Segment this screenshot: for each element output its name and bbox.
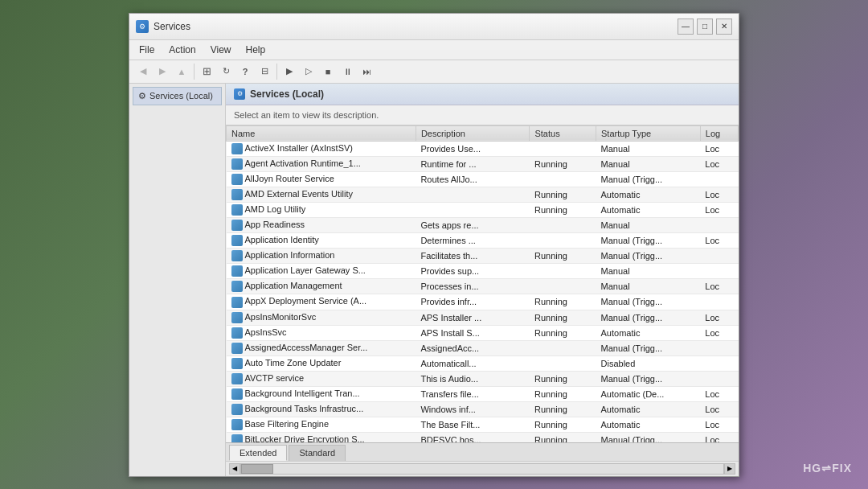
table-row[interactable]: AppX Deployment Service (A...Provides in… <box>227 294 739 310</box>
service-status: Running <box>530 325 596 340</box>
table-row[interactable]: AssignedAccessManager Ser...AssignedAcc.… <box>227 340 739 355</box>
service-desc: APS Installer ... <box>416 310 530 325</box>
menu-help[interactable]: Help <box>240 42 272 58</box>
forward-button[interactable]: ▶ <box>154 63 171 80</box>
table-row[interactable]: Background Intelligent Tran...Transfers … <box>227 387 739 402</box>
play-next-button[interactable]: ▷ <box>300 63 317 80</box>
services-header-title: Services (Local) <box>250 88 324 100</box>
service-name: Application Identity <box>227 233 416 249</box>
table-row[interactable]: ApsInsMonitorSvcAPS Installer ...Running… <box>227 310 739 325</box>
window-title: Services <box>154 21 190 32</box>
service-startup: Manual (Trigg... <box>596 249 701 264</box>
table-row[interactable]: Application IdentityDetermines ...Manual… <box>227 233 739 249</box>
service-log: Loc <box>700 141 738 156</box>
service-status: Running <box>530 310 596 325</box>
service-startup: Manual <box>596 141 701 156</box>
title-bar-left: ⚙ Services <box>136 20 190 33</box>
toolbar: ◀ ▶ ▲ ⊞ ↻ ? ⊟ ▶ ▷ ■ ⏸ ⏭ <box>129 60 739 84</box>
service-startup: Manual <box>596 279 701 294</box>
service-log: Loc <box>700 156 738 171</box>
service-status: Running <box>530 417 596 433</box>
table-row[interactable]: AVCTP serviceThis is Audio...RunningManu… <box>227 371 739 386</box>
table-row[interactable]: AllJoyn Router ServiceRoutes AllJo...Man… <box>227 171 739 187</box>
service-startup: Automatic <box>596 402 701 417</box>
col-name[interactable]: Name <box>227 125 416 141</box>
service-name: AssignedAccessManager Ser... <box>227 340 416 355</box>
service-log <box>700 340 738 355</box>
services-local-item[interactable]: ⚙ Services (Local) <box>133 87 222 105</box>
table-row[interactable]: Auto Time Zone UpdaterAutomaticall...Dis… <box>227 355 739 371</box>
table-row[interactable]: Application ManagementProcesses in...Man… <box>227 279 739 294</box>
table-row[interactable]: ActiveX Installer (AxInstSV)Provides Use… <box>227 141 739 156</box>
help-button[interactable]: ? <box>236 63 254 80</box>
col-log[interactable]: Log <box>700 125 738 141</box>
scroll-track[interactable] <box>240 463 724 475</box>
service-log: Loc <box>700 387 738 402</box>
service-desc: BDESVC hos... <box>416 433 530 442</box>
service-log: Loc <box>700 310 738 325</box>
services-table-container[interactable]: Name Description Status Startup Type Log… <box>226 125 739 442</box>
services-local-icon: ⚙ <box>138 91 146 101</box>
horizontal-scrollbar[interactable]: ◀ ▶ <box>226 461 739 476</box>
menu-file[interactable]: File <box>133 42 161 58</box>
service-name: Agent Activation Runtime_1... <box>227 156 416 171</box>
service-log: Loc <box>700 202 738 217</box>
back-button[interactable]: ◀ <box>134 63 152 80</box>
tab-extended[interactable]: Extended <box>229 445 287 461</box>
table-row[interactable]: BitLocker Drive Encryption S...BDESVC ho… <box>227 433 739 442</box>
col-startup[interactable]: Startup Type <box>596 125 701 141</box>
close-button[interactable]: ✕ <box>716 18 732 35</box>
service-name: Base Filtering Engine <box>227 417 416 433</box>
service-name: App Readiness <box>227 217 416 232</box>
menu-view[interactable]: View <box>204 42 238 58</box>
col-status[interactable]: Status <box>530 125 596 141</box>
scroll-left-button[interactable]: ◀ <box>229 463 240 475</box>
service-log: Loc <box>700 325 738 340</box>
service-startup: Manual (Trigg... <box>596 433 701 442</box>
maximize-button[interactable]: □ <box>697 18 713 35</box>
table-header-row: Name Description Status Startup Type Log <box>227 125 739 141</box>
service-startup: Automatic <box>596 202 701 217</box>
refresh-button[interactable]: ↻ <box>217 63 235 80</box>
table-row[interactable]: Agent Activation Runtime_1...Runtime for… <box>227 156 739 171</box>
table-row[interactable]: Application InformationFacilitates th...… <box>227 249 739 264</box>
table-row[interactable]: AMD Log UtilityRunningAutomaticLoc <box>227 202 739 217</box>
service-log: Loc <box>700 402 738 417</box>
service-log <box>700 294 738 310</box>
service-log: Loc <box>700 279 738 294</box>
scroll-right-button[interactable]: ▶ <box>724 463 735 475</box>
col-description[interactable]: Description <box>416 125 530 141</box>
scroll-thumb[interactable] <box>241 464 273 474</box>
pause-button[interactable]: ⏸ <box>338 63 356 80</box>
table-row[interactable]: AMD External Events UtilityRunningAutoma… <box>227 187 739 202</box>
toolbar-separator-2 <box>276 64 277 80</box>
stop-button[interactable]: ■ <box>319 63 337 80</box>
service-name: AppX Deployment Service (A... <box>227 294 416 310</box>
description-text: Select an item to view its description. <box>226 105 739 125</box>
service-desc: Determines ... <box>416 233 530 249</box>
service-log: Loc <box>700 187 738 202</box>
minimize-button[interactable]: — <box>678 18 694 35</box>
services-local-label: Services (Local) <box>149 91 213 101</box>
service-status <box>530 171 596 187</box>
table-row[interactable]: Application Layer Gateway S...Provides s… <box>227 264 739 279</box>
play-button[interactable]: ▶ <box>280 63 298 80</box>
service-status: Running <box>530 387 596 402</box>
up-button[interactable]: ▲ <box>173 63 190 80</box>
service-status: Running <box>530 187 596 202</box>
service-log: Loc <box>700 417 738 433</box>
menu-action[interactable]: Action <box>162 42 202 58</box>
resume-button[interactable]: ⏭ <box>358 63 375 80</box>
table-row[interactable]: ApsInsSvcAPS Install S...RunningAutomati… <box>227 325 739 340</box>
service-startup: Manual (Trigg... <box>596 310 701 325</box>
export-button[interactable]: ⊟ <box>256 63 273 80</box>
tab-standard[interactable]: Standard <box>289 445 346 461</box>
table-row[interactable]: App ReadinessGets apps re...Manual <box>227 217 739 232</box>
main-content: ⚙ Services (Local) ⚙ Services (Local) Se… <box>129 84 739 476</box>
service-startup: Manual (Trigg... <box>596 171 701 187</box>
service-desc: The Base Filt... <box>416 417 530 433</box>
console-button[interactable]: ⊞ <box>198 63 215 80</box>
service-status <box>530 141 596 156</box>
table-row[interactable]: Background Tasks Infrastruc...Windows in… <box>227 402 739 417</box>
table-row[interactable]: Base Filtering EngineThe Base Filt...Run… <box>227 417 739 433</box>
